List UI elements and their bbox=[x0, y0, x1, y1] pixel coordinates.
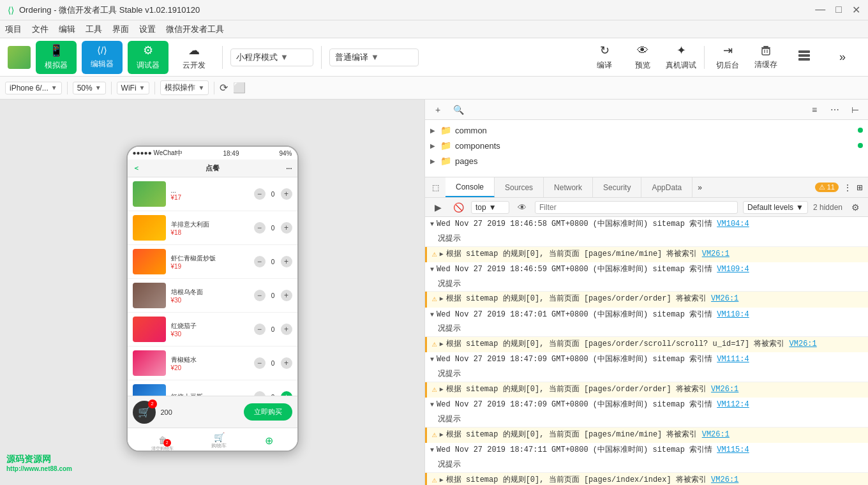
decrease-btn[interactable]: − bbox=[254, 391, 266, 396]
decrease-btn[interactable]: − bbox=[254, 290, 266, 301]
menu-item-wechat[interactable]: 微信开发者工具 bbox=[166, 24, 224, 35]
nav-back-icon[interactable]: ＜ bbox=[133, 163, 140, 173]
increase-btn[interactable]: + bbox=[281, 188, 292, 200]
tree-item-common[interactable]: ▶ 📁 common bbox=[425, 123, 868, 138]
tab-appdata[interactable]: AppData bbox=[641, 177, 692, 197]
list-view-btn[interactable]: ≡ bbox=[807, 102, 822, 117]
settings-icon[interactable]: ⋮ bbox=[844, 183, 851, 192]
expand-icon[interactable]: ▶ bbox=[440, 340, 444, 349]
vm-link[interactable]: VM115:4 bbox=[717, 445, 749, 454]
compile-dropdown[interactable]: 普通编译 ▼ bbox=[329, 48, 419, 66]
eye-icon[interactable]: 👁 bbox=[514, 200, 530, 215]
viewport-icon[interactable]: ⬜ bbox=[233, 82, 246, 94]
expand-icon[interactable]: ▶ bbox=[440, 385, 444, 394]
close-btn[interactable]: ✕ bbox=[852, 4, 860, 16]
tab-security[interactable]: Security bbox=[593, 177, 641, 197]
console-settings-icon[interactable]: ⚙ bbox=[848, 200, 863, 215]
decrease-btn[interactable]: − bbox=[254, 188, 266, 200]
decrease-btn[interactable]: − bbox=[254, 324, 266, 335]
mode-select[interactable]: 模拟操作 ▼ bbox=[160, 80, 209, 95]
more-toolbar-button[interactable]: » bbox=[825, 41, 860, 74]
vm-link[interactable]: VM26:1 bbox=[789, 340, 817, 348]
expand-icon[interactable]: ▼ bbox=[430, 401, 434, 410]
tab-more-btn[interactable]: » bbox=[692, 177, 707, 197]
tab-sources[interactable]: Sources bbox=[495, 177, 544, 197]
clear-cache-button[interactable]: 清缓存 bbox=[748, 41, 784, 74]
increase-btn[interactable]: + bbox=[281, 391, 292, 396]
cart-icon[interactable]: 🛒 2 bbox=[133, 401, 156, 424]
simulator-button[interactable]: 📱 模拟器 bbox=[36, 41, 77, 74]
compile-arrow-icon: ▼ bbox=[371, 52, 379, 62]
layout-icon[interactable]: ⊞ bbox=[857, 183, 863, 192]
preview-button[interactable]: 👁 预览 bbox=[625, 41, 661, 74]
layers-button[interactable] bbox=[786, 41, 822, 74]
increase-btn[interactable]: + bbox=[281, 324, 292, 335]
tab-network[interactable]: Network bbox=[544, 177, 593, 197]
food-item: 羊排意大利面 ¥18 − 0 + bbox=[128, 211, 297, 245]
expand-icon[interactable]: ▼ bbox=[430, 355, 434, 364]
device-select[interactable]: iPhone 6/... ▼ bbox=[5, 82, 62, 94]
menu-item-file[interactable]: 文件 bbox=[32, 24, 49, 35]
vm-link[interactable]: VM104:4 bbox=[717, 220, 749, 228]
expand-icon[interactable]: ▶ bbox=[440, 295, 444, 304]
expand-icon[interactable]: ▼ bbox=[430, 446, 434, 455]
rotate-icon[interactable]: ⟳ bbox=[220, 82, 228, 94]
expand-icon[interactable]: ▼ bbox=[430, 311, 434, 320]
tree-item-pages[interactable]: ▶ 📁 pages bbox=[425, 153, 868, 168]
increase-btn[interactable]: + bbox=[281, 357, 292, 369]
mode-dropdown[interactable]: 小程序模式 ▼ bbox=[230, 48, 313, 66]
debugger-button[interactable]: ⚙ 调试器 bbox=[128, 41, 168, 74]
vm-link[interactable]: VM110:4 bbox=[717, 310, 749, 319]
expand-icon[interactable]: ▼ bbox=[430, 220, 434, 229]
menu-item-tools[interactable]: 工具 bbox=[86, 24, 102, 35]
menu-item-project[interactable]: 项目 bbox=[5, 24, 22, 35]
vm-link[interactable]: VM111:4 bbox=[717, 355, 749, 364]
vm-link[interactable]: VM26:1 bbox=[711, 475, 738, 484]
editor-button[interactable]: ⟨/⟩ 编辑器 bbox=[82, 41, 123, 74]
plus-btn[interactable]: + bbox=[430, 102, 445, 117]
tab-cart[interactable]: 🛒 购物车 bbox=[211, 432, 227, 449]
expand-icon[interactable]: ▶ bbox=[440, 476, 444, 485]
vm-link[interactable]: VM109:4 bbox=[717, 265, 749, 274]
zoom-select[interactable]: 50% ▼ bbox=[73, 82, 106, 94]
vm-link[interactable]: VM26:1 bbox=[711, 294, 738, 303]
title-bar-controls[interactable]: — □ ✕ bbox=[815, 4, 860, 16]
order-submit-button[interactable]: 立即购买 bbox=[244, 403, 292, 421]
maximize-btn[interactable]: □ bbox=[835, 4, 842, 16]
vm-link[interactable]: VM26:1 bbox=[702, 430, 730, 439]
context-dropdown[interactable]: top ▼ bbox=[471, 201, 509, 214]
log-level-dropdown[interactable]: Default levels ▼ bbox=[743, 201, 808, 214]
dots-btn[interactable]: ⋯ bbox=[827, 102, 842, 117]
expand-icon[interactable]: ▼ bbox=[430, 265, 434, 274]
tab-console[interactable]: Console bbox=[445, 177, 495, 197]
real-debug-button[interactable]: ✦ 真机调试 bbox=[663, 41, 699, 74]
vm-link[interactable]: VM26:1 bbox=[711, 385, 738, 394]
run-icon[interactable]: ▶ bbox=[430, 200, 445, 215]
console-filter-input[interactable] bbox=[535, 201, 738, 214]
menu-item-edit[interactable]: 编辑 bbox=[59, 24, 75, 35]
cut-bg-button[interactable]: ⇥ 切后台 bbox=[710, 41, 745, 74]
expand-icon[interactable]: ▶ bbox=[440, 250, 444, 259]
expand-icon[interactable]: ▶ bbox=[440, 431, 444, 440]
vm-link[interactable]: VM26:1 bbox=[702, 250, 730, 258]
menu-item-settings[interactable]: 设置 bbox=[139, 24, 156, 35]
decrease-btn[interactable]: − bbox=[254, 256, 266, 267]
menu-item-interface[interactable]: 界面 bbox=[112, 24, 129, 35]
cursor-tab[interactable]: ⬚ bbox=[425, 177, 445, 197]
clear-console-icon[interactable]: 🚫 bbox=[451, 200, 466, 215]
vm-link[interactable]: VM112:4 bbox=[717, 400, 749, 409]
tree-item-components[interactable]: ▶ 📁 components bbox=[425, 138, 868, 153]
decrease-btn[interactable]: − bbox=[254, 357, 266, 369]
panel-layout-btn[interactable]: ⊢ bbox=[848, 102, 863, 117]
increase-btn[interactable]: + bbox=[281, 290, 292, 301]
increase-btn[interactable]: + bbox=[281, 222, 292, 234]
tab-clear-cart[interactable]: 🗑 清空购物车 2 bbox=[151, 435, 174, 447]
decrease-btn[interactable]: − bbox=[254, 222, 266, 234]
nav-dots-icon[interactable]: ··· bbox=[286, 165, 292, 172]
minimize-btn[interactable]: — bbox=[815, 4, 825, 16]
search-btn[interactable]: 🔍 bbox=[451, 102, 466, 117]
increase-btn[interactable]: + bbox=[281, 256, 292, 267]
compile-action-button[interactable]: ↻ 编译 bbox=[587, 41, 622, 74]
network-select[interactable]: WiFi ▼ bbox=[117, 82, 150, 94]
cloud-button[interactable]: ☁ 云开发 bbox=[174, 41, 214, 74]
